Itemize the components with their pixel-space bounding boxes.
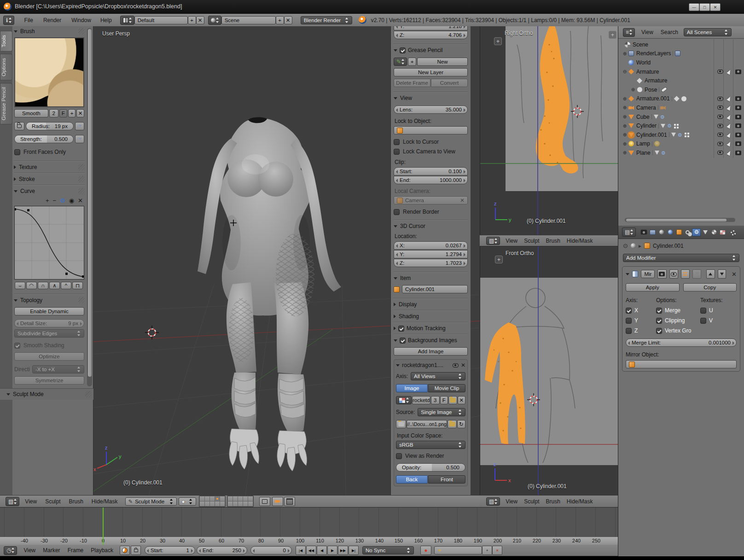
- expand-icon[interactable]: ⊕: [630, 87, 636, 92]
- outliner-view-menu[interactable]: View: [639, 29, 655, 35]
- layers-widget-2[interactable]: [227, 496, 254, 507]
- timeline-ruler[interactable]: -40 -30 -20 -10 0 10 20 30 40 50 60 70 8…: [0, 537, 618, 545]
- mode-dropdown[interactable]: ✎Sculpt Mode: [125, 497, 177, 506]
- outliner-horizontal-scrollbar[interactable]: [625, 218, 735, 222]
- minimize-button[interactable]: —: [689, 3, 699, 11]
- optimize-button[interactable]: Optimize: [14, 352, 84, 361]
- timeline-frame-menu[interactable]: Frame: [66, 547, 86, 554]
- outliner-row[interactable]: ⊕Cube⚙: [618, 112, 744, 122]
- bg-image-expand-icon[interactable]: [396, 364, 400, 367]
- axis-z-checkbox[interactable]: [626, 328, 632, 334]
- clip-start-field[interactable]: Start:0.100: [394, 167, 468, 175]
- timeline-playback-menu[interactable]: Playback: [89, 547, 115, 554]
- gp-new-layer-button[interactable]: New Layer: [394, 68, 468, 76]
- outliner-row[interactable]: ⊕Pose: [618, 85, 744, 94]
- preview-range-icon[interactable]: [120, 546, 130, 555]
- motion-tracking-checkbox[interactable]: [398, 326, 404, 332]
- layer-cell[interactable]: [220, 496, 225, 501]
- region-plus-icon[interactable]: +: [495, 256, 503, 263]
- expand-icon[interactable]: ⊕: [622, 150, 628, 155]
- tab-render-layers[interactable]: [648, 228, 657, 236]
- sculpt-mode-redo-panel-header[interactable]: Sculpt Mode: [0, 388, 93, 400]
- outliner-scope-dropdown[interactable]: All Scenes: [684, 28, 732, 36]
- editor-type-properties-button[interactable]: ▤: [622, 228, 636, 237]
- hide-icon[interactable]: [717, 151, 723, 155]
- opengl-render-image-button[interactable]: [272, 497, 283, 506]
- expand-icon[interactable]: ⊕: [622, 114, 628, 119]
- reload-image-button[interactable]: ↻: [457, 420, 465, 428]
- enable-dynamic-button[interactable]: Enable Dynamic: [14, 307, 84, 315]
- gp-datablock-icon-button[interactable]: ✎: [394, 58, 407, 66]
- sculpt-menu[interactable]: Sculpt: [522, 498, 541, 505]
- insert-keyframe-button[interactable]: ✦: [482, 546, 492, 555]
- panel-resize-grip[interactable]: [78, 28, 85, 35]
- selectable-icon[interactable]: [727, 96, 732, 102]
- radius-pressure-icon[interactable]: ☞: [75, 122, 84, 130]
- tab-material[interactable]: [709, 228, 718, 236]
- curve-tools-icon[interactable]: ⚙: [60, 197, 65, 204]
- item-panel-header[interactable]: Item: [394, 275, 468, 281]
- layer-cell-active[interactable]: [215, 496, 220, 501]
- color-space-dropdown[interactable]: sRGB: [396, 441, 465, 449]
- grease-pencil-checkbox[interactable]: [400, 47, 406, 53]
- panel-resize-grip[interactable]: [78, 176, 85, 182]
- expand-icon[interactable]: ⊕: [622, 141, 628, 146]
- add-layout-button[interactable]: +: [188, 16, 196, 24]
- screen-layout-icon-button[interactable]: [120, 16, 134, 25]
- curve-preset-round-icon[interactable]: ◠: [26, 282, 37, 289]
- gp-new-button[interactable]: New: [417, 58, 468, 66]
- texture-u-checkbox[interactable]: [700, 308, 706, 314]
- bg-movieclip-tab[interactable]: Movie Clip: [428, 384, 465, 392]
- layer-cell[interactable]: [210, 502, 215, 506]
- selectable-icon[interactable]: [727, 141, 732, 147]
- eye-icon[interactable]: [453, 363, 459, 368]
- bg-image-remove-icon[interactable]: ✕: [461, 362, 465, 368]
- scene-field[interactable]: Scene: [221, 16, 276, 24]
- layer-cell[interactable]: [248, 496, 253, 501]
- renderable-icon[interactable]: [735, 105, 741, 110]
- modifier-expand-icon[interactable]: [626, 273, 629, 275]
- play-reverse-button[interactable]: ◀: [317, 546, 327, 555]
- modifier-name-field[interactable]: Mir: [641, 270, 655, 278]
- viewport-right-ortho[interactable]: y z Right Ortho (0) Cylinder.001 + +: [480, 26, 618, 235]
- layer-cell[interactable]: [200, 502, 204, 506]
- tab-object-data[interactable]: [701, 228, 709, 236]
- modifier-cage-toggle[interactable]: [692, 269, 701, 279]
- layer-cell[interactable]: [243, 496, 248, 501]
- render-border-checkbox[interactable]: [394, 209, 400, 215]
- cursor-x-field[interactable]: X:0.0267: [394, 241, 468, 250]
- mirror-object-field[interactable]: [626, 360, 737, 368]
- brush-menu[interactable]: Brush: [544, 498, 562, 505]
- axis-x-checkbox[interactable]: [626, 308, 632, 314]
- expand-icon[interactable]: ⊕: [622, 51, 628, 56]
- image-datablock-icon-button[interactable]: [396, 396, 412, 404]
- brush-add-button[interactable]: +: [68, 109, 76, 117]
- brush-name-button[interactable]: Smooth: [14, 109, 48, 117]
- modifier-copy-button[interactable]: Copy: [683, 283, 737, 292]
- pin-icon[interactable]: ⊙: [623, 242, 628, 249]
- shading-panel-header[interactable]: Shading: [394, 313, 468, 320]
- modifier-render-toggle[interactable]: [657, 269, 666, 279]
- curve-preset-spike-icon[interactable]: ^: [61, 282, 71, 289]
- collapse-icon[interactable]: ⊖: [622, 69, 628, 74]
- bg-back-tab[interactable]: Back: [396, 475, 428, 484]
- modifier-view-toggle[interactable]: [669, 269, 678, 279]
- cursor-panel-header[interactable]: 3D Cursor: [394, 223, 468, 229]
- panel-resize-grip[interactable]: [78, 188, 85, 194]
- viewport-main[interactable]: y x z User Persp (0) Cylinder.001 Y:1.21…: [93, 26, 480, 495]
- layer-cell[interactable]: [228, 502, 232, 506]
- sculpt-menu[interactable]: Sculpt: [522, 238, 541, 244]
- item-name-field[interactable]: Cylinder.001: [402, 285, 468, 293]
- expand-icon[interactable]: ⊕: [622, 96, 628, 101]
- outliner-row[interactable]: ⊕Armature.001: [618, 94, 744, 104]
- remove-layout-button[interactable]: ✕: [196, 16, 204, 24]
- hide-mask-menu[interactable]: Hide/Mask: [565, 498, 595, 505]
- hide-icon[interactable]: [717, 97, 723, 101]
- brush-users-button[interactable]: 2: [49, 109, 58, 117]
- pack-image-button[interactable]: [396, 420, 406, 428]
- hide-mask-menu[interactable]: Hide/Mask: [565, 238, 595, 244]
- gp-add-button[interactable]: +: [408, 58, 416, 66]
- unified-radius-lock-icon[interactable]: [14, 122, 24, 130]
- bg-image-tab[interactable]: Image: [396, 384, 428, 392]
- brush-falloff-curve[interactable]: [14, 206, 84, 280]
